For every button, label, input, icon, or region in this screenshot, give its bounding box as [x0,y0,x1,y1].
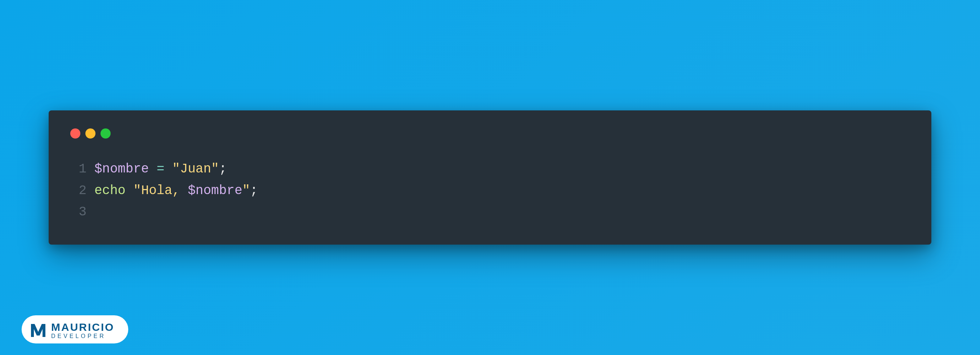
code-token: "Juan" [172,162,219,176]
code-editor-window: 1$nombre = "Juan";2echo "Hola, $nombre";… [49,110,931,244]
line-content: $nombre = "Juan"; [94,158,227,180]
logo-name: MAURICIO [51,322,115,333]
code-line: 1$nombre = "Juan"; [70,158,910,180]
line-number: 3 [70,201,86,222]
code-token: "Hola, [133,183,188,198]
logo-icon [30,323,46,338]
logo-subtitle: DEVELOPER [51,333,115,339]
logo-text: MAURICIO DEVELOPER [51,322,115,339]
code-token: $nombre [188,183,242,198]
code-token: $nombre [94,162,149,176]
code-token: ; [250,183,258,198]
code-token: = [157,162,165,176]
line-number: 1 [70,158,86,180]
logo-badge: MAURICIO DEVELOPER [22,315,128,344]
code-token [149,162,157,176]
close-icon[interactable] [70,128,80,139]
minimize-icon[interactable] [85,128,95,139]
code-token [126,183,133,198]
line-number: 2 [70,180,86,201]
code-area[interactable]: 1$nombre = "Juan";2echo "Hola, $nombre";… [70,158,910,222]
code-line: 2echo "Hola, $nombre"; [70,180,910,201]
code-line: 3 [70,201,910,222]
maximize-icon[interactable] [100,128,111,139]
code-token [164,162,172,176]
code-token: ; [219,162,227,176]
window-controls [70,128,910,139]
code-token: echo [94,183,126,198]
line-content: echo "Hola, $nombre"; [94,180,258,201]
code-token: " [242,183,250,198]
